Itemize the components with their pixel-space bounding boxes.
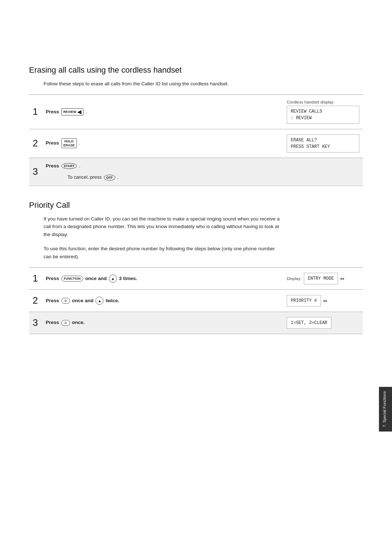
step-instruction: Press ⊖ once and ▲ twice. bbox=[42, 289, 283, 312]
step-number: 2 bbox=[29, 129, 42, 158]
step-number: 1 bbox=[29, 267, 42, 289]
nav-up-button-icon2: ▲ bbox=[95, 297, 103, 305]
hold-erase-button-icon: HOLD ERASE bbox=[61, 138, 77, 149]
step-instruction: Press START . To cancel, press OFF . bbox=[42, 158, 363, 186]
section2-steps-table: 1 Press FUNCTION once and ▲ 3 times. Dis… bbox=[29, 267, 363, 334]
display-box: 1=SET, 2=CLEAR bbox=[287, 317, 331, 329]
step-instruction: Press HOLD ERASE . bbox=[42, 129, 283, 158]
table-row: 1 Press REVIEW ◀ . Cordless handset disp… bbox=[29, 94, 363, 129]
step-number: 2 bbox=[29, 289, 42, 312]
step-instruction: Press ⊖ once. bbox=[42, 312, 283, 334]
display-box: ERASE ALL?PRESS START KEY bbox=[287, 134, 359, 153]
table-row: 2 Press ⊖ once and ▲ twice. PRIORITY # ⇔ bbox=[29, 289, 363, 312]
start-button-icon: START bbox=[61, 163, 77, 169]
display-box: ENTRY MODE bbox=[304, 273, 338, 284]
step-instruction: Press REVIEW ◀ . bbox=[42, 94, 283, 129]
section2-title: Priority Call bbox=[29, 200, 363, 210]
function-button-icon: FUNCTION bbox=[61, 276, 83, 281]
step-number: 1 bbox=[29, 94, 42, 129]
display-row: PRIORITY # ⇔ bbox=[287, 295, 359, 307]
step-number: 3 bbox=[29, 158, 42, 186]
table-row: 1 Press FUNCTION once and ▲ 3 times. Dis… bbox=[29, 267, 363, 289]
step-number: 3 bbox=[29, 312, 42, 334]
nav-up-button-icon: ▲ bbox=[109, 275, 117, 283]
step-display: PRIORITY # ⇔ bbox=[283, 289, 363, 312]
section1-intro: Follow these steps to erase all calls fr… bbox=[29, 80, 283, 88]
display-arrows: ⇔ bbox=[340, 276, 344, 281]
table-row: 3 Press ⊖ once. 1=SET, 2=CLEAR bbox=[29, 312, 363, 334]
cancel-note: To cancel, press OFF . bbox=[46, 173, 119, 180]
off-button-icon: OFF bbox=[104, 175, 115, 181]
display-label: Display: bbox=[287, 276, 302, 281]
step-display: 1=SET, 2=CLEAR bbox=[283, 312, 363, 334]
section2-intro1: If you have turned on Caller ID, you can… bbox=[29, 215, 283, 239]
step-display: Cordless handset display: REVIEW CALLS: … bbox=[283, 94, 363, 129]
set-button-icon2: ⊖ bbox=[61, 320, 70, 326]
table-row: 2 Press HOLD ERASE . ERASE ALL?PRESS STA… bbox=[29, 129, 363, 158]
step-display: ERASE ALL?PRESS START KEY bbox=[283, 129, 363, 158]
section1-title: Erasing all calls using the cordless han… bbox=[29, 65, 363, 75]
display-box: REVIEW CALLS: REVIEW bbox=[287, 106, 359, 124]
display-row: Display: ENTRY MODE ⇔ bbox=[287, 273, 359, 284]
display-arrows: ⇔ bbox=[323, 298, 327, 304]
set-button-icon: ⊖ bbox=[61, 298, 70, 304]
side-tab: 7. Special Functions bbox=[379, 387, 392, 432]
section1-steps-table: 1 Press REVIEW ◀ . Cordless handset disp… bbox=[29, 94, 363, 186]
section2-intro2: To use this function, enter the desired … bbox=[29, 245, 283, 260]
display-label: Cordless handset display: bbox=[287, 100, 359, 104]
table-row: 3 Press START . To cancel, press OFF . bbox=[29, 158, 363, 186]
display-box: PRIORITY # bbox=[287, 295, 321, 307]
side-tab-text: 7. Special Functions bbox=[382, 391, 387, 427]
step-instruction: Press FUNCTION once and ▲ 3 times. bbox=[42, 267, 283, 289]
step-display: Display: ENTRY MODE ⇔ bbox=[283, 267, 363, 289]
review-button-icon: REVIEW ◀ bbox=[61, 108, 84, 116]
